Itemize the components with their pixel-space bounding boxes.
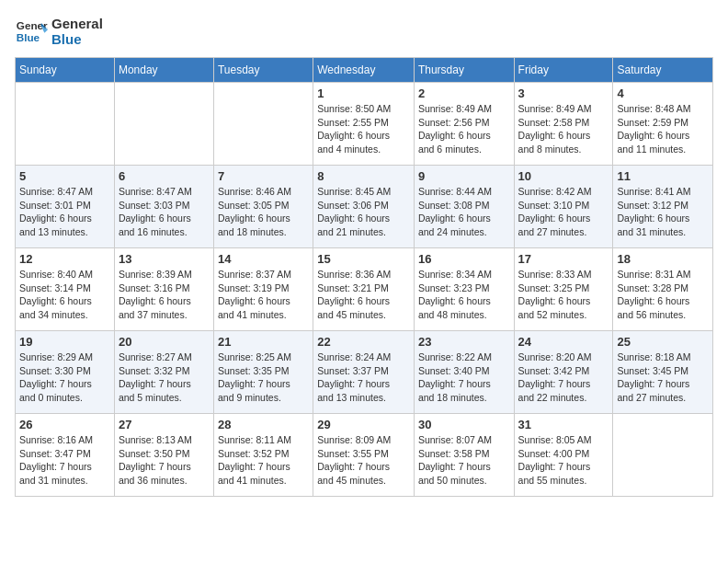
calendar-week-row: 26Sunrise: 8:16 AM Sunset: 3:47 PM Dayli… bbox=[16, 414, 713, 497]
day-detail: Sunrise: 8:18 AM Sunset: 3:45 PM Dayligh… bbox=[617, 350, 709, 405]
calendar-cell bbox=[613, 414, 713, 497]
calendar-cell: 28Sunrise: 8:11 AM Sunset: 3:52 PM Dayli… bbox=[213, 414, 313, 497]
day-detail: Sunrise: 8:24 AM Sunset: 3:37 PM Dayligh… bbox=[317, 350, 410, 405]
calendar-cell: 15Sunrise: 8:36 AM Sunset: 3:21 PM Dayli… bbox=[313, 248, 415, 331]
calendar-cell: 30Sunrise: 8:07 AM Sunset: 3:58 PM Dayli… bbox=[414, 414, 514, 497]
calendar-table: SundayMondayTuesdayWednesdayThursdayFrid… bbox=[15, 57, 713, 497]
calendar-cell: 9Sunrise: 8:44 AM Sunset: 3:08 PM Daylig… bbox=[414, 166, 514, 248]
logo-icon: General Blue bbox=[15, 15, 48, 48]
day-detail: Sunrise: 8:22 AM Sunset: 3:40 PM Dayligh… bbox=[418, 350, 510, 405]
day-number: 12 bbox=[19, 252, 110, 266]
logo-blue: Blue bbox=[51, 31, 103, 47]
calendar-cell: 14Sunrise: 8:37 AM Sunset: 3:19 PM Dayli… bbox=[213, 248, 313, 331]
day-detail: Sunrise: 8:36 AM Sunset: 3:21 PM Dayligh… bbox=[317, 268, 410, 322]
day-number: 29 bbox=[317, 418, 410, 431]
day-number: 3 bbox=[518, 86, 609, 100]
calendar-cell: 25Sunrise: 8:18 AM Sunset: 3:45 PM Dayli… bbox=[613, 331, 713, 414]
calendar-cell bbox=[114, 83, 213, 166]
day-number: 22 bbox=[317, 335, 410, 349]
day-number: 26 bbox=[19, 418, 110, 431]
calendar-cell: 7Sunrise: 8:46 AM Sunset: 3:05 PM Daylig… bbox=[213, 166, 313, 248]
day-detail: Sunrise: 8:46 AM Sunset: 3:05 PM Dayligh… bbox=[218, 185, 309, 239]
calendar-cell: 19Sunrise: 8:29 AM Sunset: 3:30 PM Dayli… bbox=[16, 331, 115, 414]
day-detail: Sunrise: 8:27 AM Sunset: 3:32 PM Dayligh… bbox=[119, 350, 210, 405]
day-number: 5 bbox=[19, 169, 110, 183]
calendar-cell: 1Sunrise: 8:50 AM Sunset: 2:55 PM Daylig… bbox=[313, 83, 415, 166]
weekday-header-tuesday: Tuesday bbox=[213, 58, 313, 83]
calendar-cell: 18Sunrise: 8:31 AM Sunset: 3:28 PM Dayli… bbox=[613, 248, 713, 331]
day-number: 19 bbox=[19, 335, 110, 349]
page-header: General Blue General Blue bbox=[15, 15, 713, 48]
day-number: 28 bbox=[218, 418, 309, 431]
calendar-cell: 13Sunrise: 8:39 AM Sunset: 3:16 PM Dayli… bbox=[114, 248, 213, 331]
day-number: 4 bbox=[617, 86, 709, 100]
calendar-cell: 27Sunrise: 8:13 AM Sunset: 3:50 PM Dayli… bbox=[114, 414, 213, 497]
weekday-header-wednesday: Wednesday bbox=[313, 58, 415, 83]
day-number: 30 bbox=[418, 418, 510, 431]
calendar-cell: 11Sunrise: 8:41 AM Sunset: 3:12 PM Dayli… bbox=[613, 166, 713, 248]
calendar-cell bbox=[213, 83, 313, 166]
day-number: 6 bbox=[119, 169, 210, 183]
calendar-cell: 22Sunrise: 8:24 AM Sunset: 3:37 PM Dayli… bbox=[313, 331, 415, 414]
calendar-cell: 4Sunrise: 8:48 AM Sunset: 2:59 PM Daylig… bbox=[613, 83, 713, 166]
day-detail: Sunrise: 8:05 AM Sunset: 4:00 PM Dayligh… bbox=[518, 433, 609, 488]
day-number: 1 bbox=[317, 86, 410, 100]
day-detail: Sunrise: 8:07 AM Sunset: 3:58 PM Dayligh… bbox=[418, 433, 510, 488]
day-number: 21 bbox=[218, 335, 309, 349]
day-detail: Sunrise: 8:49 AM Sunset: 2:58 PM Dayligh… bbox=[518, 102, 609, 156]
day-detail: Sunrise: 8:45 AM Sunset: 3:06 PM Dayligh… bbox=[317, 185, 410, 239]
day-detail: Sunrise: 8:33 AM Sunset: 3:25 PM Dayligh… bbox=[518, 268, 609, 322]
calendar-week-row: 19Sunrise: 8:29 AM Sunset: 3:30 PM Dayli… bbox=[16, 331, 713, 414]
calendar-cell: 5Sunrise: 8:47 AM Sunset: 3:01 PM Daylig… bbox=[16, 166, 115, 248]
day-detail: Sunrise: 8:47 AM Sunset: 3:03 PM Dayligh… bbox=[119, 185, 210, 239]
day-number: 16 bbox=[418, 252, 510, 266]
weekday-header-sunday: Sunday bbox=[16, 58, 115, 83]
calendar-cell: 12Sunrise: 8:40 AM Sunset: 3:14 PM Dayli… bbox=[16, 248, 115, 331]
day-detail: Sunrise: 8:34 AM Sunset: 3:23 PM Dayligh… bbox=[418, 268, 510, 322]
day-number: 10 bbox=[518, 169, 609, 183]
svg-text:Blue: Blue bbox=[17, 31, 40, 43]
day-detail: Sunrise: 8:48 AM Sunset: 2:59 PM Dayligh… bbox=[617, 102, 709, 156]
day-detail: Sunrise: 8:16 AM Sunset: 3:47 PM Dayligh… bbox=[19, 433, 110, 488]
day-detail: Sunrise: 8:13 AM Sunset: 3:50 PM Dayligh… bbox=[119, 433, 210, 488]
day-number: 11 bbox=[617, 169, 709, 183]
weekday-header-row: SundayMondayTuesdayWednesdayThursdayFrid… bbox=[16, 58, 713, 83]
calendar-cell: 17Sunrise: 8:33 AM Sunset: 3:25 PM Dayli… bbox=[514, 248, 613, 331]
day-detail: Sunrise: 8:41 AM Sunset: 3:12 PM Dayligh… bbox=[617, 185, 709, 239]
day-number: 31 bbox=[518, 418, 609, 431]
day-number: 9 bbox=[418, 169, 510, 183]
day-number: 17 bbox=[518, 252, 609, 266]
day-detail: Sunrise: 8:11 AM Sunset: 3:52 PM Dayligh… bbox=[218, 433, 309, 488]
day-number: 8 bbox=[317, 169, 410, 183]
day-number: 15 bbox=[317, 252, 410, 266]
day-detail: Sunrise: 8:37 AM Sunset: 3:19 PM Dayligh… bbox=[218, 268, 309, 322]
day-number: 2 bbox=[418, 86, 510, 100]
day-number: 23 bbox=[418, 335, 510, 349]
day-detail: Sunrise: 8:39 AM Sunset: 3:16 PM Dayligh… bbox=[119, 268, 210, 322]
calendar-cell: 6Sunrise: 8:47 AM Sunset: 3:03 PM Daylig… bbox=[114, 166, 213, 248]
day-detail: Sunrise: 8:20 AM Sunset: 3:42 PM Dayligh… bbox=[518, 350, 609, 405]
calendar-week-row: 5Sunrise: 8:47 AM Sunset: 3:01 PM Daylig… bbox=[16, 166, 713, 248]
calendar-week-row: 1Sunrise: 8:50 AM Sunset: 2:55 PM Daylig… bbox=[16, 83, 713, 166]
day-detail: Sunrise: 8:49 AM Sunset: 2:56 PM Dayligh… bbox=[418, 102, 510, 156]
weekday-header-monday: Monday bbox=[114, 58, 213, 83]
calendar-cell: 8Sunrise: 8:45 AM Sunset: 3:06 PM Daylig… bbox=[313, 166, 415, 248]
day-detail: Sunrise: 8:25 AM Sunset: 3:35 PM Dayligh… bbox=[218, 350, 309, 405]
day-number: 7 bbox=[218, 169, 309, 183]
day-detail: Sunrise: 8:42 AM Sunset: 3:10 PM Dayligh… bbox=[518, 185, 609, 239]
day-number: 24 bbox=[518, 335, 609, 349]
calendar-cell bbox=[16, 83, 115, 166]
day-number: 14 bbox=[218, 252, 309, 266]
day-detail: Sunrise: 8:31 AM Sunset: 3:28 PM Dayligh… bbox=[617, 268, 709, 322]
weekday-header-saturday: Saturday bbox=[613, 58, 713, 83]
day-detail: Sunrise: 8:40 AM Sunset: 3:14 PM Dayligh… bbox=[19, 268, 110, 322]
day-detail: Sunrise: 8:44 AM Sunset: 3:08 PM Dayligh… bbox=[418, 185, 510, 239]
day-detail: Sunrise: 8:47 AM Sunset: 3:01 PM Dayligh… bbox=[19, 185, 110, 239]
logo: General Blue General Blue bbox=[15, 15, 103, 48]
day-number: 13 bbox=[119, 252, 210, 266]
calendar-cell: 21Sunrise: 8:25 AM Sunset: 3:35 PM Dayli… bbox=[213, 331, 313, 414]
weekday-header-thursday: Thursday bbox=[414, 58, 514, 83]
calendar-cell: 26Sunrise: 8:16 AM Sunset: 3:47 PM Dayli… bbox=[16, 414, 115, 497]
calendar-cell: 31Sunrise: 8:05 AM Sunset: 4:00 PM Dayli… bbox=[514, 414, 613, 497]
day-detail: Sunrise: 8:50 AM Sunset: 2:55 PM Dayligh… bbox=[317, 102, 410, 156]
